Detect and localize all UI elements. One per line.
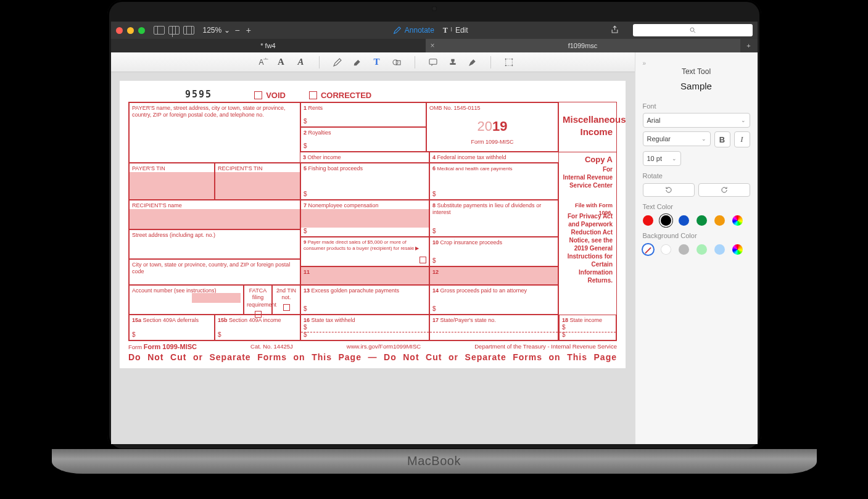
tab-fw4[interactable]: * fw4 (111, 39, 426, 52)
rotate-cw-button[interactable] (698, 183, 750, 197)
note-icon[interactable] (428, 57, 439, 68)
font-style-select[interactable]: Regular⌄ (643, 131, 711, 146)
font-style-icon[interactable]: A亠 (256, 57, 267, 68)
box-6[interactable]: 6 Medical and health care payments$ (429, 163, 558, 200)
svg-point-6 (511, 58, 513, 59)
search-input[interactable] (633, 24, 753, 36)
laptop-camera (432, 6, 437, 11)
view-grid-icon[interactable] (168, 26, 180, 35)
color-picker[interactable] (732, 215, 743, 226)
bg-color-label: Background Color (643, 232, 750, 239)
bg-white[interactable] (661, 244, 671, 255)
bg-color-swatches (643, 244, 750, 255)
form-title: MiscellaneousIncome (559, 102, 616, 152)
pencil-icon[interactable] (332, 57, 343, 68)
font-family-select[interactable]: Arial⌄ (643, 113, 750, 128)
tab-f1099msc[interactable]: ×f1099msc (426, 39, 740, 52)
panel-title: Text Tool (643, 67, 750, 76)
document-viewport[interactable]: 9595 VOID CORRECTED PAYER'S name, str (111, 72, 635, 444)
fatca-box[interactable]: FATCA filing requirement (244, 285, 272, 315)
minimize-window-button[interactable] (127, 27, 134, 34)
box-1-rents[interactable]: 1 Rents$ (300, 102, 426, 127)
box-15b[interactable]: 15b Section 409A income$ (215, 315, 300, 340)
view-two-page-icon[interactable] (183, 26, 194, 35)
text-color-swatches (643, 215, 750, 226)
text-tool-panel: » Text Tool Sample Font Arial⌄ Regular⌄ … (635, 52, 758, 444)
color-green[interactable] (696, 215, 707, 226)
bg-gray[interactable] (679, 244, 689, 255)
title-toolbar: 125% ⌄ − + Annotate T | Edit (111, 22, 758, 39)
svg-rect-3 (429, 59, 437, 64)
box-7[interactable]: 7 Nonemployee compensation$ (300, 200, 429, 237)
zoom-dropdown[interactable]: 125% ⌄ (203, 26, 230, 35)
street-address-box[interactable]: Street address (including apt. no.) (129, 229, 300, 259)
color-black[interactable] (661, 215, 671, 226)
box-9[interactable]: 9 Payer made direct sales of $5,000 or m… (300, 237, 429, 266)
selection-icon[interactable] (503, 57, 515, 68)
box-18[interactable]: 18 State income$$ (559, 315, 616, 340)
bg-lightgreen[interactable] (696, 244, 707, 255)
do-not-cut-warning: Do Not Cut or Separate Forms on This Pag… (128, 352, 617, 362)
box-13[interactable]: 13 Excess golden parachute payments$ (300, 285, 429, 315)
form-1099-page: 9595 VOID CORRECTED PAYER'S name, str (120, 81, 626, 368)
form-code: 9595 (185, 89, 212, 100)
payer-tin-box[interactable]: PAYER'S TIN (129, 163, 215, 200)
zoom-window-button[interactable] (138, 27, 145, 34)
font-size-select[interactable]: 10 pt⌄ (643, 151, 681, 166)
signature-icon[interactable] (467, 57, 478, 68)
text-tool-icon[interactable]: T (371, 57, 382, 68)
payer-info-box[interactable]: PAYER'S name, street address, city or to… (129, 102, 300, 163)
box-12: 12 (429, 266, 558, 285)
zoom-in-button[interactable]: + (246, 25, 251, 35)
svg-point-5 (505, 58, 506, 59)
close-window-button[interactable] (116, 27, 123, 34)
annotate-mode-button[interactable]: Annotate (393, 26, 434, 35)
font-italic-icon[interactable]: A (296, 57, 307, 68)
color-blue[interactable] (679, 215, 689, 226)
view-sidebar-icon[interactable] (154, 26, 165, 35)
box-17[interactable]: 17 State/Payer's state no. (429, 315, 558, 340)
close-tab-icon[interactable]: × (431, 41, 435, 50)
italic-button[interactable]: I (734, 131, 750, 147)
second-tin-box[interactable]: 2nd TIN not. (272, 285, 300, 315)
box-4[interactable]: 4 Federal income tax withheld (429, 152, 558, 163)
box-10[interactable]: 10 Crop insurance proceeds$ (429, 237, 558, 266)
bold-button[interactable]: B (714, 131, 730, 147)
share-button[interactable] (610, 25, 619, 36)
bg-color-picker[interactable] (732, 244, 743, 255)
font-outline-icon[interactable]: A (276, 57, 287, 68)
corrected-checkbox[interactable] (309, 91, 317, 99)
share-icon (610, 25, 619, 35)
box-5[interactable]: 5 Fishing boat proceeds$ (300, 163, 429, 200)
box-16[interactable]: 16 State tax withheld$$ (300, 315, 429, 340)
box-3[interactable]: 3 Other income (300, 152, 429, 163)
account-number-box[interactable]: Account number (see instructions) (129, 285, 244, 315)
recipient-tin-box[interactable]: RECIPIENT'S TIN (215, 163, 300, 200)
recipient-name-box[interactable]: RECIPIENT'S name (129, 200, 300, 229)
box-15a[interactable]: 15a Section 409A deferrals$ (129, 315, 215, 340)
zoom-out-button[interactable]: − (235, 25, 240, 35)
new-tab-button[interactable]: + (740, 39, 758, 52)
sample-preview: Sample (643, 81, 750, 91)
collapse-panel-icon[interactable]: » (643, 60, 647, 67)
box-14[interactable]: 14 Gross proceeds paid to an attorney$ (429, 285, 558, 315)
box-2-royalties[interactable]: 2 Royalties$ (300, 127, 426, 152)
rotate-ccw-button[interactable] (643, 183, 695, 197)
edit-mode-button[interactable]: T | Edit (443, 26, 468, 35)
box-8[interactable]: 8 Substitute payments in lieu of dividen… (429, 200, 558, 237)
file-with-1096: File with Form 1096. (559, 200, 616, 210)
search-icon (689, 27, 696, 34)
rotate-section-label: Rotate (643, 172, 750, 179)
highlighter-icon[interactable] (352, 57, 363, 68)
color-orange[interactable] (714, 215, 725, 226)
shape-tool-icon[interactable] (391, 57, 402, 68)
stamp-icon[interactable] (447, 57, 458, 68)
view-mode-buttons (154, 26, 194, 35)
svg-point-7 (505, 65, 506, 66)
bg-lightblue[interactable] (714, 244, 725, 255)
bg-none[interactable] (643, 244, 653, 255)
color-red[interactable] (643, 215, 653, 226)
city-state-zip-box[interactable]: City or town, state or province, country… (129, 259, 300, 285)
document-tabs: * fw4 ×f1099msc + (111, 39, 758, 52)
void-checkbox[interactable] (254, 91, 262, 99)
